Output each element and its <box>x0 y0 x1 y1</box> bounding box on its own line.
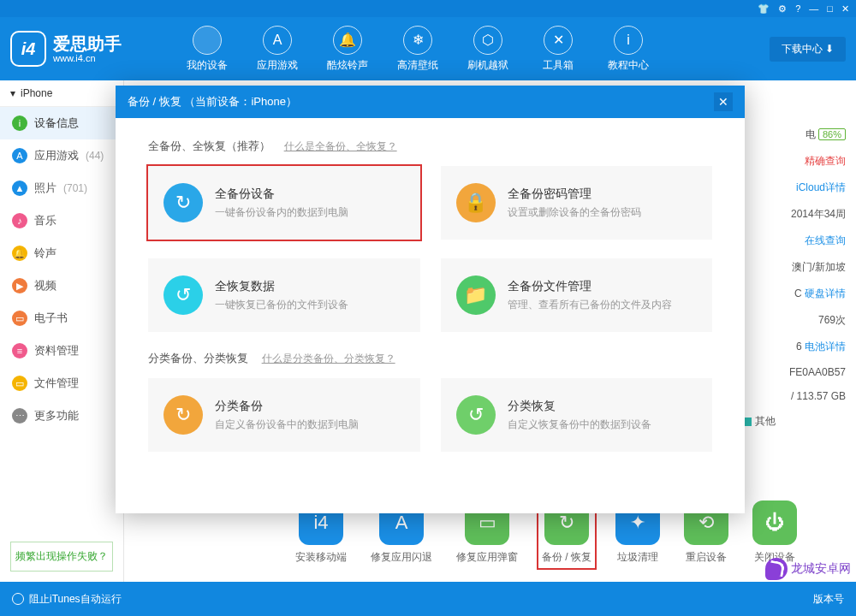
card-icon: ↺ <box>163 275 203 315</box>
info-row[interactable]: iCloud详情 <box>743 175 846 201</box>
topnav-icon: i <box>614 26 643 55</box>
device-info-column: 电 86% 精确查询iCloud详情2014年34周在线查询澳门/新加坡C 硬盘… <box>743 121 846 435</box>
sidebar-item-设备信息[interactable]: i设备信息 <box>0 107 123 139</box>
sidebar-item-icon: i <box>12 116 27 131</box>
topnav-刷机越狱[interactable]: ⬡刷机越狱 <box>462 26 514 73</box>
topnav-icon: ⬡ <box>473 26 502 55</box>
section1-help-link[interactable]: 什么是全备份、全恢复？ <box>284 140 397 152</box>
sidebar-item-icon: A <box>12 148 27 163</box>
card-title: 分类恢复 <box>508 399 651 414</box>
card-icon: 🔒 <box>456 183 496 222</box>
sidebar-item-资料管理[interactable]: ≡资料管理 <box>0 335 123 367</box>
watermark: 龙城安卓网 <box>765 558 851 580</box>
sidebar-item-电子书[interactable]: ▭电子书 <box>0 302 123 335</box>
info-row: 澳门/新加坡 <box>743 254 846 281</box>
section1-title: 全备份、全恢复（推荐） <box>148 139 270 152</box>
battery-label: 电 <box>805 128 816 140</box>
card-icon: ↻ <box>163 183 203 222</box>
card-desc: 一键恢复已备份的文件到设备 <box>215 298 348 312</box>
sidebar-item-icon: ▶ <box>12 278 27 293</box>
topnav-酷炫铃声[interactable]: 🔔酷炫铃声 <box>322 26 373 73</box>
minimize-icon[interactable]: — <box>809 3 818 14</box>
topnav-icon: 🔔 <box>333 26 362 55</box>
card-desc: 自定义备份设备中的数据到电脑 <box>215 418 359 432</box>
sidebar-item-icon: ▭ <box>12 376 27 391</box>
info-row[interactable]: 在线查询 <box>743 228 846 254</box>
card-desc: 设置或删除设备的全备份密码 <box>508 205 641 220</box>
status-ring-icon <box>12 593 24 605</box>
topnav-教程中心[interactable]: i教程中心 <box>603 26 654 73</box>
topnav-我的设备[interactable]: 我的设备 <box>181 26 233 73</box>
info-row: 2014年34周 <box>743 201 846 228</box>
card-icon: ↻ <box>163 395 203 435</box>
sidebar-help-link[interactable]: 频繁出现操作失败？ <box>10 542 113 572</box>
backup-restore-modal: 备份 / 恢复 （当前设备：iPhone） ✕ 全备份、全恢复（推荐） 什么是全… <box>116 86 745 513</box>
card-全备份文件管理[interactable]: 📁全备份文件管理管理、查看所有已备份的文件及内容 <box>441 258 713 332</box>
storage-legend: 其他 <box>743 408 846 435</box>
itunes-block-toggle[interactable]: 阻止iTunes自动运行 <box>29 592 122 607</box>
card-title: 全备份密码管理 <box>508 187 641 202</box>
card-分类恢复[interactable]: ↺分类恢复自定义恢复备份中的数据到设备 <box>441 378 713 452</box>
gear-icon[interactable]: ⚙ <box>778 3 787 15</box>
topnav-icon: A <box>263 26 292 55</box>
sidebar-item-视频[interactable]: ▶视频 <box>0 270 123 302</box>
watermark-icon <box>765 558 788 580</box>
section2-help-link[interactable]: 什么是分类备份、分类恢复？ <box>262 352 395 364</box>
window-titlebar: 👕 ⚙ ? — □ ✕ <box>0 0 856 17</box>
topnav-工具箱[interactable]: ✕工具箱 <box>532 26 584 73</box>
app-header: i4 爱思助手 www.i4.cn 我的设备A应用游戏🔔酷炫铃声❄高清壁纸⬡刷机… <box>0 17 856 80</box>
topnav-高清壁纸[interactable]: ❄高清壁纸 <box>392 26 443 73</box>
card-title: 全恢复数据 <box>215 279 348 294</box>
sidebar-item-icon: ▭ <box>12 311 27 326</box>
section2-title: 分类备份、分类恢复 <box>148 352 248 364</box>
sidebar-item-icon: ≡ <box>12 343 27 358</box>
card-desc: 管理、查看所有已备份的文件及内容 <box>508 298 672 312</box>
download-center-button[interactable]: 下载中心 ⬇ <box>770 37 846 62</box>
logo-text-cn: 爱思助手 <box>53 34 122 53</box>
device-name: iPhone <box>21 87 52 99</box>
sidebar-item-更多功能[interactable]: ⋯更多功能 <box>0 400 123 432</box>
card-分类备份[interactable]: ↻分类备份自定义备份设备中的数据到电脑 <box>148 378 420 452</box>
logo-text-en: www.i4.cn <box>53 53 122 63</box>
card-全备份设备[interactable]: ↻全备份设备一键备份设备内的数据到电脑 <box>148 166 420 240</box>
info-row: FE0AA0B57 <box>743 360 846 384</box>
topnav-icon: ❄ <box>403 26 432 55</box>
maximize-icon[interactable]: □ <box>827 3 833 14</box>
modal-title: 备份 / 恢复 （当前设备：iPhone） <box>128 94 297 110</box>
sidebar-item-icon: ♪ <box>12 213 27 228</box>
battery-badge: 86% <box>818 128 846 140</box>
card-全恢复数据[interactable]: ↺全恢复数据一键恢复已备份的文件到设备 <box>148 258 420 332</box>
close-icon[interactable]: ✕ <box>841 3 849 15</box>
tool-icon: ⏻ <box>752 500 797 545</box>
card-title: 全备份文件管理 <box>508 279 672 294</box>
sidebar-item-icon: 🔔 <box>12 246 27 261</box>
topnav-应用游戏[interactable]: A应用游戏 <box>252 26 303 73</box>
card-icon: ↺ <box>456 395 496 435</box>
topnav-icon <box>193 26 222 55</box>
info-row[interactable]: 6 电池详情 <box>743 334 846 360</box>
version-label: 版本号 <box>813 592 844 607</box>
sidebar-item-音乐[interactable]: ♪音乐 <box>0 204 123 237</box>
info-row[interactable]: C 硬盘详情 <box>743 281 846 307</box>
help-icon[interactable]: ? <box>795 3 800 14</box>
sidebar: ▾ iPhone i设备信息A应用游戏(44)▲照片(701)♪音乐🔔铃声▶视频… <box>0 80 124 582</box>
modal-close-button[interactable]: ✕ <box>714 92 733 111</box>
storage-text: / 113.57 GB <box>743 384 846 408</box>
logo: i4 爱思助手 www.i4.cn <box>10 31 164 67</box>
info-row[interactable]: 精确查询 <box>743 148 846 175</box>
sidebar-item-应用游戏[interactable]: A应用游戏(44) <box>0 139 123 172</box>
sidebar-item-icon: ⋯ <box>12 408 27 424</box>
device-selector[interactable]: ▾ iPhone <box>0 80 123 107</box>
sidebar-item-照片[interactable]: ▲照片(701) <box>0 172 123 204</box>
card-desc: 自定义恢复备份中的数据到设备 <box>508 418 651 432</box>
card-title: 全备份设备 <box>215 187 348 202</box>
card-desc: 一键备份设备内的数据到电脑 <box>215 205 348 220</box>
shirt-icon[interactable]: 👕 <box>758 3 770 15</box>
card-全备份密码管理[interactable]: 🔒全备份密码管理设置或删除设备的全备份密码 <box>441 166 713 240</box>
tool-关闭设备[interactable]: ⏻关闭设备 <box>752 500 797 565</box>
sidebar-item-icon: ▲ <box>12 181 27 196</box>
status-bar: 阻止iTunes自动运行 版本号 <box>0 582 856 616</box>
sidebar-item-文件管理[interactable]: ▭文件管理 <box>0 367 123 400</box>
sidebar-item-铃声[interactable]: 🔔铃声 <box>0 237 123 270</box>
chevron-down-icon: ▾ <box>10 87 15 99</box>
